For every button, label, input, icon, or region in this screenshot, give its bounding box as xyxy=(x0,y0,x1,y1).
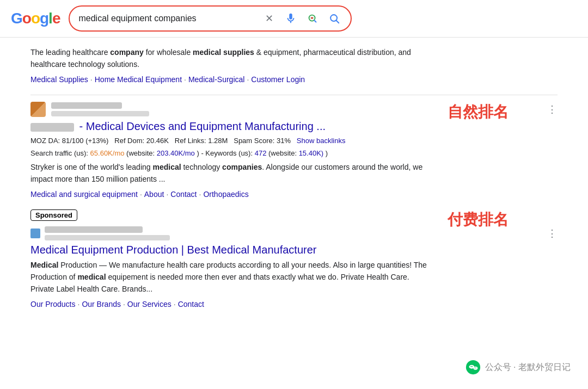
svg-point-11 xyxy=(475,368,476,369)
watermark-text: 公众号 · 老默外贸日记 xyxy=(485,362,571,373)
divider xyxy=(30,95,558,95)
result-menu-dots[interactable]: ⋮ xyxy=(547,103,558,115)
traffic-info: Search traffic (us): 65.60K/mo (website:… xyxy=(30,148,433,159)
wechat-watermark: 公众号 · 老默外贸日记 xyxy=(459,356,577,378)
moz-da: MOZ DA: 81/100 (+13%) xyxy=(30,137,108,145)
sitelink-customer-login[interactable]: Customer Login xyxy=(251,75,305,84)
svg-point-9 xyxy=(473,367,477,370)
separator: · xyxy=(174,300,176,308)
separator: · xyxy=(184,75,186,84)
sitelink-sponsored-contact[interactable]: Contact xyxy=(178,300,204,308)
microphone-icon xyxy=(285,13,297,24)
clear-icon: ✕ xyxy=(265,13,273,24)
svg-point-8 xyxy=(471,366,473,367)
lens-icon xyxy=(307,13,318,24)
ref-dom: Ref Dom: 20.46K xyxy=(114,137,169,145)
google-logo[interactable]: Google xyxy=(11,10,60,27)
show-backlinks-link[interactable]: Show backlinks xyxy=(297,137,346,145)
search-button[interactable] xyxy=(327,11,342,26)
voice-search-button[interactable] xyxy=(283,11,298,26)
svg-point-7 xyxy=(470,366,471,367)
main-content: The leading healthcare company for whole… xyxy=(0,38,588,330)
sitelink-our-products[interactable]: Our Products xyxy=(30,300,75,308)
separator: · xyxy=(77,300,79,308)
svg-point-1 xyxy=(311,17,314,19)
moz-info: MOZ DA: 81/100 (+13%) Ref Dom: 20.46K Re… xyxy=(30,135,433,146)
separator: · xyxy=(140,190,142,199)
svg-line-2 xyxy=(315,20,316,22)
separator: · xyxy=(90,75,93,84)
natural-rank-label: 自然排名 xyxy=(448,102,509,122)
sponsored-result-menu-dots[interactable]: ⋮ xyxy=(547,227,558,239)
website-traffic-value: 203.40K/mo xyxy=(157,149,195,157)
keywords-label: - Keywords (us): xyxy=(201,149,254,157)
sponsored-result-description: Medical Production — We manufacture heal… xyxy=(30,259,433,295)
first-result-sitelinks: Medical Supplies · Home Medical Equipmen… xyxy=(30,75,558,84)
sponsored-site-name-blur xyxy=(45,226,143,233)
separator: · xyxy=(247,75,249,84)
sponsored-site-url-blur xyxy=(45,235,170,240)
first-result-snippet: The leading healthcare company for whole… xyxy=(30,46,558,84)
clear-button[interactable]: ✕ xyxy=(261,11,277,26)
sitelink-our-brands[interactable]: Our Brands xyxy=(82,300,121,308)
organic-sitelinks: Medical and surgical equipment · About ·… xyxy=(30,190,558,199)
sitelink-medical-surgical-equipment[interactable]: Medical and surgical equipment xyxy=(30,190,138,199)
sponsored-badge: Sponsored xyxy=(30,209,77,221)
sitelink-medical-supplies[interactable]: Medical Supplies xyxy=(30,75,88,84)
sponsored-result-title[interactable]: Medical Equipment Production | Best Medi… xyxy=(30,243,433,257)
search-icon xyxy=(328,13,340,24)
site-url-blurred xyxy=(51,111,149,116)
traffic-label: Search traffic (us): xyxy=(30,149,90,157)
sponsored-result-section: 付费排名 Sponsored ⋮ Medical Equ xyxy=(30,209,558,308)
search-input[interactable] xyxy=(78,14,256,23)
first-result-description: The leading healthcare company for whole… xyxy=(30,46,433,71)
organic-result-section: 自然排名 ⋮ - Medical Devices and Equipment M… xyxy=(30,102,558,199)
sponsored-sitelinks: Our Products · Our Brands · Our Services… xyxy=(30,300,558,308)
separator: · xyxy=(166,190,168,199)
website-keywords: 15.40K) xyxy=(299,149,324,157)
sitelink-contact[interactable]: Contact xyxy=(170,190,197,199)
website-traffic-label: (website: xyxy=(126,149,157,157)
search-icons: ✕ xyxy=(261,11,342,26)
wechat-icon xyxy=(465,360,481,375)
svg-line-4 xyxy=(336,21,339,23)
site-name-blurred xyxy=(51,102,122,109)
lens-button[interactable] xyxy=(305,11,320,26)
header: Google ✕ xyxy=(0,0,588,38)
organic-result-description: Stryker is one of the world's leading me… xyxy=(30,161,433,186)
separator: · xyxy=(123,300,125,308)
ref-links: Ref Links: 1.28M xyxy=(175,137,228,145)
sitelink-home-medical[interactable]: Home Medical Equipment xyxy=(95,75,182,84)
svg-point-10 xyxy=(474,368,475,369)
separator: · xyxy=(199,190,201,199)
sponsored-favicon xyxy=(30,229,40,238)
sitelink-medical-surgical[interactable]: Medical-Surgical xyxy=(188,75,244,84)
organic-result-title[interactable]: - Medical Devices and Equipment Manufact… xyxy=(30,119,433,133)
keywords-value: 472 xyxy=(255,149,267,157)
sitelink-about[interactable]: About xyxy=(144,190,164,199)
sitelink-orthopaedics[interactable]: Orthopaedics xyxy=(203,190,248,199)
paid-rank-label: 付费排名 xyxy=(448,209,509,230)
favicon xyxy=(30,102,46,117)
spam-score: Spam Score: 31% xyxy=(234,137,291,145)
search-bar: ✕ xyxy=(69,5,352,32)
domain-blurred xyxy=(30,123,74,132)
sitelink-our-services[interactable]: Our Services xyxy=(127,300,171,308)
traffic-value: 65.60K/mo xyxy=(90,149,125,157)
